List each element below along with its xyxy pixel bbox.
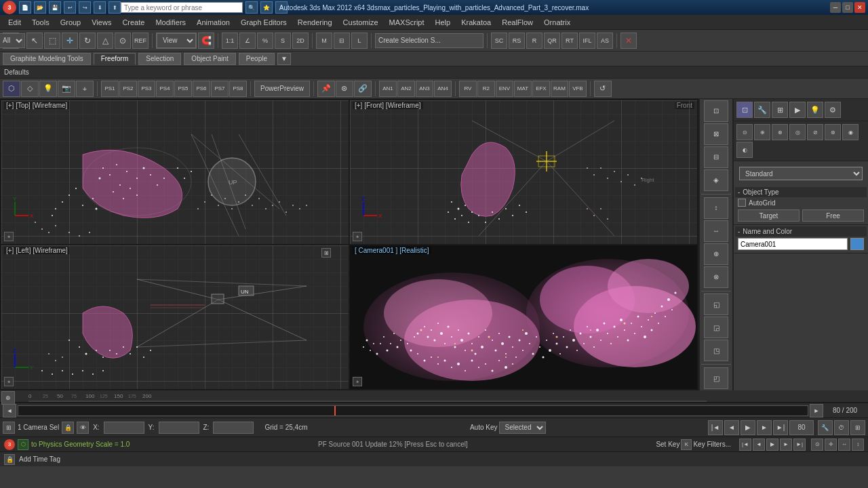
prop-icon-g[interactable]: ◉ bbox=[842, 124, 859, 140]
lock-small-btn[interactable]: 🔒 bbox=[4, 454, 15, 465]
viewport-camera[interactable]: [ Camera001 ] [Realistic] bbox=[350, 245, 697, 389]
select-region-btn[interactable]: ⬚ bbox=[44, 33, 60, 49]
ps-btn6[interactable]: PS6 bbox=[193, 81, 210, 97]
vp-left-indicator[interactable]: ⊞ bbox=[321, 248, 331, 258]
right-btn-4[interactable]: ◈ bbox=[704, 169, 728, 191]
corner-btn-tr[interactable]: + bbox=[353, 232, 362, 241]
selected-dropdown[interactable]: Selected bbox=[499, 422, 546, 434]
pin-btn[interactable]: 📌 bbox=[317, 81, 335, 97]
right-btn-7[interactable]: ⊕ bbox=[704, 243, 728, 265]
filter-select[interactable]: All bbox=[0, 33, 25, 48]
more-tabs-btn[interactable]: ▼ bbox=[277, 53, 291, 65]
new-file-btn[interactable]: 📄 bbox=[19, 1, 31, 14]
mat-btn[interactable]: MAT bbox=[514, 81, 532, 97]
mode-btn4[interactable]: ↕ bbox=[852, 439, 864, 451]
tab-people[interactable]: People bbox=[239, 53, 275, 65]
ps-btn3[interactable]: PS3 bbox=[138, 81, 155, 97]
right-btn-8[interactable]: ⊗ bbox=[704, 266, 728, 288]
create-selection-field[interactable]: Create Selection S... bbox=[375, 33, 484, 48]
right-btn-12[interactable]: ◰ bbox=[704, 367, 728, 389]
prop-icon-d[interactable]: ◎ bbox=[789, 124, 806, 140]
use-center-btn[interactable]: ⊙ bbox=[115, 33, 131, 49]
mode-btn2[interactable]: ✛ bbox=[825, 439, 837, 451]
redo-btn[interactable]: ↪ bbox=[79, 1, 91, 14]
helpers-btn[interactable]: + bbox=[76, 81, 94, 97]
x-input[interactable] bbox=[104, 422, 144, 434]
menu-customize[interactable]: Customize bbox=[338, 15, 384, 30]
layer-btn[interactable]: L bbox=[351, 33, 368, 49]
close-toolbar-btn[interactable]: ✕ bbox=[620, 33, 637, 49]
mirror-btn[interactable]: M bbox=[316, 33, 332, 49]
free-btn[interactable]: Free bbox=[802, 209, 864, 222]
corner-btn-tl[interactable]: + bbox=[4, 232, 14, 241]
pb2-btn4[interactable]: ► bbox=[780, 439, 792, 451]
pb2-btn3[interactable]: ▶ bbox=[766, 439, 778, 451]
maximize-btn[interactable]: □ bbox=[842, 2, 853, 13]
rotate-btn[interactable]: ↻ bbox=[79, 33, 96, 49]
anim-btn1[interactable]: AN1 bbox=[379, 81, 397, 97]
prop-icon-display[interactable]: 💡 bbox=[807, 102, 823, 118]
right-btn-1[interactable]: ⊡ bbox=[704, 100, 728, 122]
undo-btn[interactable]: ↩ bbox=[64, 1, 76, 14]
prop-icon-motion[interactable]: ▶ bbox=[789, 102, 806, 118]
menu-realflow[interactable]: RealFlow bbox=[496, 15, 538, 30]
prev-frame-btn[interactable]: ◄ bbox=[724, 420, 739, 435]
prop-icon-b[interactable]: ⊕ bbox=[754, 124, 770, 140]
magnet-btn[interactable]: 🧲 bbox=[198, 33, 214, 49]
z-input[interactable] bbox=[213, 422, 254, 434]
ps-btn5[interactable]: PS5 bbox=[174, 81, 192, 97]
timeline-start-btn[interactable]: ⊕ bbox=[1, 391, 15, 405]
right-btn-6[interactable]: ↔ bbox=[704, 220, 728, 242]
prop-icon-e[interactable]: ⊘ bbox=[807, 124, 823, 140]
ps-btn4[interactable]: PS4 bbox=[156, 81, 174, 97]
menu-maxscript[interactable]: MAXScript bbox=[384, 15, 430, 30]
viewport-front[interactable]: [+] [Front] [Wireframe] Front bbox=[350, 100, 697, 244]
chain-btn[interactable]: 🔗 bbox=[354, 81, 372, 97]
lights-btn[interactable]: 💡 bbox=[39, 81, 57, 97]
menu-help[interactable]: Help bbox=[430, 15, 456, 30]
prop-icon-h[interactable]: ◐ bbox=[736, 142, 753, 158]
import-btn[interactable]: ⬇ bbox=[94, 1, 106, 14]
right-btn-11[interactable]: ◳ bbox=[704, 340, 728, 361]
prop-icon-a[interactable]: ⊙ bbox=[736, 124, 753, 140]
corner-btn-bl[interactable]: + bbox=[4, 377, 14, 386]
corner-btn-br[interactable]: + bbox=[353, 377, 362, 386]
cycle-btn[interactable]: ↺ bbox=[594, 81, 612, 97]
pb2-btn5[interactable]: ►| bbox=[793, 439, 806, 451]
go-start-btn[interactable]: |◄ bbox=[708, 420, 723, 435]
quick-render-btn[interactable]: QR bbox=[544, 33, 560, 49]
eye-btn[interactable]: 👁 bbox=[77, 422, 89, 434]
viewport-left[interactable]: [+] [Left] [Wireframe] bbox=[1, 245, 349, 389]
right-btn-2[interactable]: ⊠ bbox=[704, 123, 728, 145]
ps-btn8[interactable]: PS8 bbox=[229, 81, 247, 97]
menu-ornatrix[interactable]: Ornatrix bbox=[538, 15, 576, 30]
menu-create[interactable]: Create bbox=[117, 15, 150, 30]
color-swatch[interactable] bbox=[850, 238, 864, 250]
align-btn[interactable]: ⊟ bbox=[334, 33, 350, 49]
autocreate-checkbox[interactable] bbox=[738, 199, 746, 207]
search-btn[interactable]: 🔍 bbox=[245, 1, 258, 14]
ps-btn7[interactable]: PS7 bbox=[211, 81, 229, 97]
anim-btn4[interactable]: AN4 bbox=[434, 81, 452, 97]
select-filter-dropdown[interactable]: All bbox=[3, 33, 19, 49]
right-btn-10[interactable]: ◲ bbox=[704, 317, 728, 338]
shapes-btn[interactable]: ◇ bbox=[21, 81, 39, 97]
render-tools-btn[interactable]: RT bbox=[561, 33, 578, 49]
tab-object-paint[interactable]: Object Paint bbox=[184, 53, 235, 65]
cameras-btn[interactable]: 📷 bbox=[58, 81, 75, 97]
view-select[interactable]: View bbox=[157, 33, 196, 48]
percent-snap-btn[interactable]: % bbox=[257, 33, 273, 49]
select-object-btn[interactable]: ↖ bbox=[26, 33, 43, 49]
scale-btn[interactable]: △ bbox=[97, 33, 113, 49]
export-btn[interactable]: ⬆ bbox=[108, 1, 121, 14]
frame-number-btn[interactable]: 80 bbox=[789, 420, 814, 435]
y-input[interactable] bbox=[159, 422, 199, 434]
viewport-layout-btn[interactable]: ⊞ bbox=[850, 420, 865, 435]
menu-group[interactable]: Group bbox=[55, 15, 87, 30]
play-anim-btn[interactable]: ▶ bbox=[741, 420, 755, 435]
sphere-btn[interactable]: ⊛ bbox=[336, 81, 353, 97]
move-btn[interactable]: ✛ bbox=[62, 33, 78, 49]
ifl-btn[interactable]: IFL bbox=[579, 33, 595, 49]
tab-graphite[interactable]: Graphite Modeling Tools bbox=[3, 53, 91, 65]
rampage-btn[interactable]: RAM bbox=[551, 81, 568, 97]
